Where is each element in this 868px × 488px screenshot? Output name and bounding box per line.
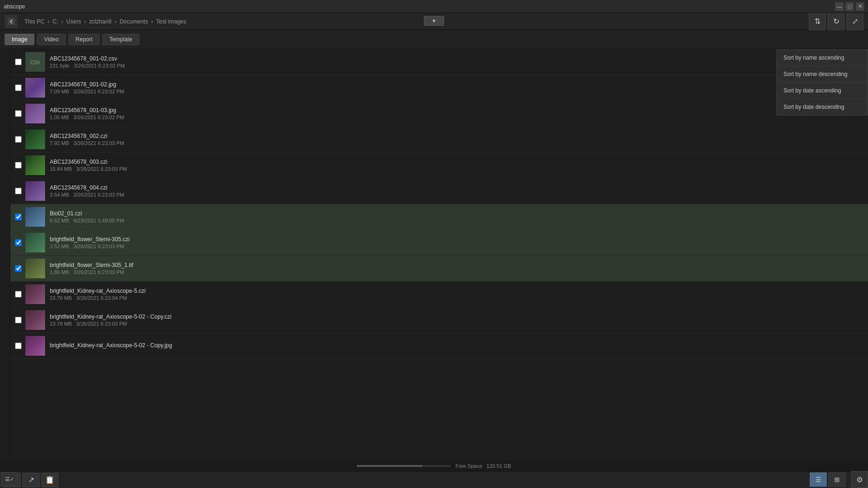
copy-icon: 📋 xyxy=(45,475,54,484)
minimize-button[interactable]: — xyxy=(835,2,844,11)
list-view-icon: ☰ xyxy=(815,476,822,483)
list-item[interactable]: ABC12345678_001-03.jpg 1.05 MB 3/26/2021… xyxy=(10,101,868,127)
file-meta: 7.09 MB 3/26/2021 6:23:02 PM xyxy=(50,89,863,94)
sort-option-name-asc[interactable]: Sort by name ascending xyxy=(777,50,868,66)
view-dropdown-button[interactable]: ▼ xyxy=(424,16,445,26)
share-button[interactable]: ↗ xyxy=(23,473,39,487)
file-meta: 231 byte 3/26/2021 6:23:02 PM xyxy=(50,63,863,69)
file-meta: 8.62 MB 4/23/2021 1:49:05 PM xyxy=(50,218,863,223)
grid-view-button[interactable]: ⊞ xyxy=(829,473,845,487)
file-checkbox[interactable] xyxy=(15,239,22,246)
grid-view-icon: ⊞ xyxy=(834,476,840,483)
file-meta: 3.53 MB 3/26/2021 6:23:03 PM xyxy=(50,244,863,249)
file-checkbox[interactable] xyxy=(15,136,22,143)
maximize-button[interactable]: □ xyxy=(845,2,854,11)
file-thumbnail xyxy=(25,155,45,175)
file-checkbox[interactable] xyxy=(15,265,22,272)
sort-dropdown: Sort by name ascending Sort by name desc… xyxy=(776,49,868,115)
expand-button[interactable]: ⤢ xyxy=(846,13,863,30)
file-name: ABC12345678_002.czi xyxy=(50,133,863,139)
list-item[interactable]: brightfield_Kidney-rat_Axioscope-5-02 - … xyxy=(10,307,868,333)
list-item[interactable]: ABC12345678_003.czi 15.84 MB 3/26/2021 6… xyxy=(10,152,868,178)
file-meta: 1.86 MB 3/26/2021 6:23:03 PM xyxy=(50,269,863,275)
svg-text:CSV: CSV xyxy=(31,60,40,65)
refresh-button[interactable]: ↻ xyxy=(828,13,845,30)
free-space-label: Free Space xyxy=(455,463,482,469)
expand-icon: ⤢ xyxy=(852,17,858,26)
settings-icon: ⚙ xyxy=(856,475,863,484)
file-list[interactable]: CSV ABC12345678_001-02.csv 231 byte 3/26… xyxy=(10,49,868,488)
file-info: ABC12345678_001-02.jpg 7.09 MB 3/26/2021… xyxy=(50,81,863,94)
select-all-area: ☰✓ xyxy=(1,472,18,486)
file-name: Bio02_01.czi xyxy=(50,210,863,217)
main-content: CSV ABC12345678_001-02.csv 231 byte 3/26… xyxy=(0,49,868,488)
bottom-toolbar: 🗑 ↗ 📋 ☰✓ ☰ ⊞ ⚙ xyxy=(0,471,868,488)
file-checkbox[interactable] xyxy=(15,162,22,168)
file-thumbnail xyxy=(25,284,45,304)
select-all-button[interactable]: ☰✓ xyxy=(1,472,18,486)
sort-button[interactable]: ⇅ xyxy=(809,13,826,30)
sort-option-date-desc[interactable]: Sort by date descending xyxy=(777,99,868,115)
title-bar-controls: — □ ✕ xyxy=(835,2,864,11)
top-right-toolbar: ⇅ ↻ ⤢ xyxy=(809,13,863,30)
breadcrumb-text: This PC › C: › Users › zclzhan9 › Docume… xyxy=(24,18,186,25)
list-item[interactable]: CSV ABC12345678_001-02.csv 231 byte 3/26… xyxy=(10,49,868,75)
left-strip xyxy=(0,49,10,488)
file-checkbox[interactable] xyxy=(15,343,22,349)
tab-image[interactable]: Image xyxy=(5,34,34,45)
file-meta: 1.05 MB 3/26/2021 6:23:02 PM xyxy=(50,114,863,120)
file-meta: 3.54 MB 3/26/2021 6:23:03 PM xyxy=(50,192,863,198)
sort-option-date-asc[interactable]: Sort by date ascending xyxy=(777,83,868,99)
dropdown-arrow-icon: ▼ xyxy=(432,18,437,23)
file-meta: 23.76 MB 3/26/2021 6:23:04 PM xyxy=(50,295,863,301)
file-thumbnail xyxy=(25,104,45,123)
list-item[interactable]: brightfield_flower_Stemi-305_1.tif 1.86 … xyxy=(10,256,868,282)
status-bar: Free Space 120.51 GB xyxy=(0,460,868,472)
file-name: ABC12345678_003.czi xyxy=(50,159,863,165)
file-name: brightfield_flower_Stemi-305_1.tif xyxy=(50,262,863,268)
sort-option-name-desc[interactable]: Sort by name descending xyxy=(777,66,868,83)
list-item[interactable]: Bio02_01.czi 8.62 MB 4/23/2021 1:49:05 P… xyxy=(10,204,868,230)
tab-template[interactable]: Template xyxy=(102,34,139,45)
settings-button[interactable]: ⚙ xyxy=(851,471,868,488)
free-space-bar-fill xyxy=(357,465,422,467)
file-meta: 7.92 MB 3/26/2021 6:23:03 PM xyxy=(50,140,863,146)
file-checkbox[interactable] xyxy=(15,214,22,220)
list-item[interactable]: ABC12345678_001-02.jpg 7.09 MB 3/26/2021… xyxy=(10,75,868,101)
copy-button[interactable]: 📋 xyxy=(41,473,58,487)
file-info: ABC12345678_004.czi 3.54 MB 3/26/2021 6:… xyxy=(50,184,863,198)
close-button[interactable]: ✕ xyxy=(856,2,864,11)
file-info: ABC12345678_001-03.jpg 1.05 MB 3/26/2021… xyxy=(50,107,863,120)
file-thumbnail xyxy=(25,181,45,201)
file-info: brightfield_flower_Stemi-305_1.tif 1.86 … xyxy=(50,262,863,275)
list-item[interactable]: ABC12345678_004.czi 3.54 MB 3/26/2021 6:… xyxy=(10,178,868,204)
file-checkbox[interactable] xyxy=(15,317,22,323)
file-thumbnail xyxy=(25,336,45,356)
file-info: ABC12345678_001-02.csv 231 byte 3/26/202… xyxy=(50,55,863,69)
tab-report[interactable]: Report xyxy=(69,34,100,45)
file-checkbox[interactable] xyxy=(15,59,22,65)
tab-video[interactable]: Video xyxy=(37,34,65,45)
file-list-area: CSV ABC12345678_001-02.csv 231 byte 3/26… xyxy=(0,49,868,488)
file-checkbox[interactable] xyxy=(15,110,22,117)
csv-icon: CSV xyxy=(25,52,45,72)
list-item[interactable]: ABC12345678_002.czi 7.92 MB 3/26/2021 6:… xyxy=(10,127,868,152)
file-thumbnail xyxy=(25,233,45,252)
list-item[interactable]: brightfield_flower_Stemi-305.czi 3.53 MB… xyxy=(10,230,868,256)
list-view-button[interactable]: ☰ xyxy=(810,473,827,487)
file-name: ABC12345678_004.czi xyxy=(50,184,863,191)
file-checkbox[interactable] xyxy=(15,188,22,194)
list-item[interactable]: brightfield_Kidney-rat_Axioscope-5-02 - … xyxy=(10,333,868,359)
file-checkbox[interactable] xyxy=(15,291,22,297)
file-name: ABC12345678_001-02.csv xyxy=(50,55,863,62)
sort-icon: ⇅ xyxy=(814,17,821,26)
file-info: brightfield_flower_Stemi-305.czi 3.53 MB… xyxy=(50,236,863,249)
list-item[interactable]: brightfield_Kidney-rat_Axioscope-5.czi 2… xyxy=(10,282,868,307)
free-space-text: Free Space 120.51 GB xyxy=(455,463,511,469)
file-name: brightfield_Kidney-rat_Axioscope-5-02 - … xyxy=(50,342,863,349)
file-checkbox[interactable] xyxy=(15,84,22,91)
app-title: abscope xyxy=(4,3,25,10)
free-space-value: 120.51 GB xyxy=(486,463,511,469)
file-info: Bio02_01.czi 8.62 MB 4/23/2021 1:49:05 P… xyxy=(50,210,863,223)
nav-back-button[interactable] xyxy=(5,15,18,28)
